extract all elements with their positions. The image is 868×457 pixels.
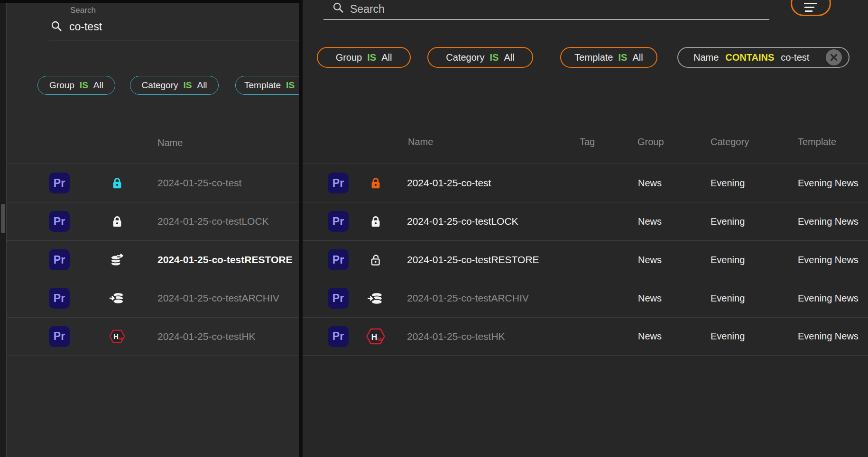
cell-group: News bbox=[638, 241, 662, 279]
svg-text:H: H bbox=[371, 332, 378, 342]
row-name: 2024-01-25-co-testLOCK bbox=[157, 202, 269, 240]
cell-template: Evening News bbox=[798, 202, 859, 240]
column-header-group: Group bbox=[637, 137, 664, 147]
premiere-app-icon: Pr bbox=[328, 288, 349, 309]
filter-value: All bbox=[632, 52, 643, 63]
cell-template: Evening News bbox=[798, 279, 859, 317]
cell-group: News bbox=[638, 202, 662, 240]
hk-badge-icon: H hk bbox=[104, 318, 130, 355]
table-row[interactable]: Pr H hk 2024-01-25-co-testHK News Evenin… bbox=[303, 317, 868, 356]
filter-field: Name bbox=[693, 52, 719, 63]
table-row[interactable]: Pr 2024-01-25-co-test News Evening Eveni… bbox=[303, 164, 868, 202]
database-restore-icon bbox=[104, 241, 130, 279]
left-results-panel: Search Group IS All Category IS All Temp… bbox=[7, 3, 299, 457]
cell-category: Evening bbox=[711, 241, 745, 279]
table-row[interactable]: Pr 2024-01-25-co-testLOCK bbox=[7, 202, 299, 240]
premiere-app-icon: Pr bbox=[49, 211, 70, 232]
panel-divider bbox=[299, 0, 303, 457]
filter-operator: CONTAINS bbox=[725, 52, 774, 63]
filter-value: All bbox=[93, 80, 103, 91]
search-input[interactable] bbox=[68, 18, 227, 35]
filter-operator: IS bbox=[367, 52, 376, 63]
cell-group: News bbox=[638, 279, 662, 317]
table-row[interactable]: Pr H hk 2024-01-25-co-testHK bbox=[7, 317, 299, 356]
row-name: 2024-01-25-co-testRESTORE bbox=[157, 241, 292, 279]
table-row[interactable]: Pr 2024-01-25-co-test bbox=[7, 164, 299, 202]
lock-locked-orange-icon bbox=[363, 164, 388, 202]
filter-operator: IS bbox=[80, 80, 88, 91]
row-name: 2024-01-25-co-testHK bbox=[157, 318, 256, 355]
filter-chip-template[interactable]: Template IS bbox=[235, 76, 299, 95]
filter-value: All bbox=[504, 52, 514, 63]
lock-locked-icon bbox=[104, 202, 130, 240]
lock-unlocked-icon bbox=[363, 241, 388, 279]
table-row[interactable]: Pr 2024-01-25-co-testARCHIV News Evening… bbox=[303, 279, 868, 317]
filter-field: Category bbox=[141, 80, 178, 91]
filter-value: All bbox=[381, 52, 392, 63]
filter-value: co-test bbox=[781, 52, 809, 63]
search-underline bbox=[49, 40, 299, 40]
table-row[interactable]: Pr 2024-01-25-co-testRESTORE News Evenin… bbox=[303, 240, 868, 279]
table-row[interactable]: Pr 2024-01-25-co-testRESTORE bbox=[7, 240, 299, 279]
premiere-app-icon: Pr bbox=[328, 249, 349, 270]
left-scrollbar-thumb[interactable] bbox=[1, 204, 5, 233]
svg-text:hk: hk bbox=[377, 337, 383, 342]
filter-chip-group[interactable]: Group IS All bbox=[37, 76, 115, 95]
filter-operator: IS bbox=[619, 52, 628, 63]
filter-field: Group bbox=[49, 80, 74, 91]
cell-category: Evening bbox=[711, 318, 745, 355]
premiere-app-icon: Pr bbox=[328, 211, 349, 232]
cell-template: Evening News bbox=[798, 164, 859, 202]
row-name: 2024-01-25-co-test bbox=[157, 164, 241, 202]
premiere-app-icon: Pr bbox=[49, 288, 70, 309]
svg-text:H: H bbox=[113, 333, 118, 340]
cell-category: Evening bbox=[711, 202, 745, 240]
app-window: Search Group IS All Category IS All Temp… bbox=[0, 0, 868, 457]
filter-chip-group[interactable]: Group IS All bbox=[317, 47, 411, 68]
left-scrollbar-track[interactable] bbox=[0, 0, 7, 457]
cell-template: Evening News bbox=[798, 318, 859, 355]
remove-filter-button[interactable] bbox=[826, 49, 842, 65]
search-input[interactable] bbox=[349, 0, 759, 18]
hk-badge-icon: H hk bbox=[363, 318, 388, 355]
table-row[interactable]: Pr 2024-01-25-co-testLOCK News Evening E… bbox=[303, 202, 868, 240]
column-header-name: Name bbox=[157, 137, 183, 148]
premiere-app-icon: Pr bbox=[328, 326, 349, 347]
table-row[interactable]: Pr 2024-01-25-co-testARCHIV bbox=[7, 279, 299, 317]
database-archive-icon bbox=[104, 279, 130, 317]
filter-chip-name-contains[interactable]: Name CONTAINS co-test bbox=[677, 47, 850, 68]
lock-locked-icon bbox=[363, 202, 388, 240]
column-header-category: Category bbox=[711, 137, 749, 147]
column-header-tag: Tag bbox=[580, 137, 595, 147]
premiere-app-icon: Pr bbox=[49, 249, 70, 270]
cell-category: Evening bbox=[711, 279, 745, 317]
premiere-app-icon: Pr bbox=[328, 173, 349, 193]
cell-group: News bbox=[638, 164, 662, 202]
row-name: 2024-01-25-co-testRESTORE bbox=[407, 241, 539, 279]
filter-chip-category[interactable]: Category IS All bbox=[130, 76, 219, 95]
row-name: 2024-01-25-co-test bbox=[407, 164, 491, 202]
filter-field: Category bbox=[446, 52, 484, 63]
filter-chip-category[interactable]: Category IS All bbox=[427, 47, 533, 68]
filter-field: Template bbox=[244, 80, 281, 91]
premiere-app-icon: Pr bbox=[49, 173, 70, 193]
row-name: 2024-01-25-co-testARCHIV bbox=[157, 279, 279, 317]
column-header-name: Name bbox=[408, 137, 433, 147]
filter-chip-template[interactable]: Template IS All bbox=[560, 47, 657, 68]
cell-template: Evening News bbox=[798, 241, 859, 279]
sort-menu-button[interactable] bbox=[791, 0, 831, 16]
lock-locked-cyan-icon bbox=[104, 164, 130, 202]
search-underline bbox=[323, 19, 769, 20]
column-header-template: Template bbox=[798, 137, 836, 147]
row-name: 2024-01-25-co-testARCHIV bbox=[407, 279, 529, 317]
filter-operator: IS bbox=[286, 80, 295, 91]
section-divider bbox=[33, 67, 299, 67]
search-label: Search bbox=[70, 6, 96, 15]
svg-text:hk: hk bbox=[119, 337, 123, 341]
right-results-panel: Group IS All Category IS All Template IS… bbox=[303, 0, 868, 457]
cell-group: News bbox=[638, 318, 662, 355]
cell-category: Evening bbox=[711, 164, 745, 202]
row-name: 2024-01-25-co-testHK bbox=[407, 318, 505, 355]
premiere-app-icon: Pr bbox=[49, 326, 70, 347]
search-icon bbox=[50, 20, 63, 34]
